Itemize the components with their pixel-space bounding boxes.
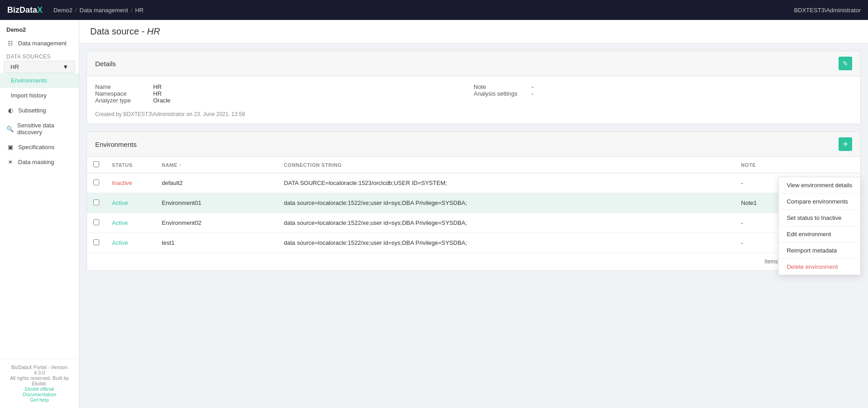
sidebar-hr-dropdown[interactable]: HR ▼	[4, 61, 75, 73]
row-connection-string: DATA SOURCE=localoracle:1523/orclcdb;USE…	[278, 173, 735, 193]
search-icon: 🔍	[6, 126, 14, 132]
sidebar-data-management-label: Data management	[18, 40, 67, 47]
breadcrumb-hr[interactable]: HR	[135, 7, 144, 14]
detail-note-value: -	[532, 90, 534, 97]
row-status: Inactive	[106, 173, 155, 193]
row-connection-string: data source=localoracle:1522/xe;user id=…	[278, 193, 735, 213]
sidebar-item-sensitive[interactable]: 🔍 Sensitive data discovery	[0, 118, 79, 140]
sidebar-item-environments[interactable]: Environments	[0, 73, 79, 88]
breadcrumb-data-management[interactable]: Data management	[80, 7, 128, 14]
select-all-checkbox[interactable]	[93, 161, 99, 167]
breadcrumb: Demo2 / Data management / HR	[53, 7, 794, 14]
sidebar-import-history-label: Import history	[11, 92, 47, 99]
context-menu-item-1[interactable]: Compare environments	[779, 194, 860, 209]
sidebar-hr-text: HR	[10, 63, 19, 70]
masking-icon: ☀	[6, 159, 14, 165]
environments-section-header: Environments +	[87, 132, 860, 157]
detail-namespace-row: Note -	[474, 83, 853, 90]
row-checkbox-cell	[87, 173, 106, 193]
details-section-header: Details ✎	[87, 51, 860, 76]
sidebar-project-title: Demo2	[0, 20, 79, 36]
page-title-italic: HR	[147, 26, 160, 36]
context-menu-item-0[interactable]: View environment details	[779, 177, 860, 193]
detail-analysis-label: Analyzer type	[95, 97, 149, 104]
row-name[interactable]: Environment02	[155, 213, 278, 233]
table-row: Inactive default2 DATA SOURCE=localoracl…	[87, 173, 860, 193]
sidebar-item-specifications[interactable]: ▣ Specifications	[0, 140, 79, 155]
table-footer: Items per page: 10 25 50 1 – 4 of 4	[87, 253, 860, 270]
sidebar-item-subsetting[interactable]: ◐ Subsetting	[0, 103, 79, 118]
col-actions	[801, 157, 860, 173]
documentation-link[interactable]: Documentation	[6, 392, 72, 397]
context-menu-item-2[interactable]: Set status to Inactive	[779, 210, 860, 226]
details-title: Details	[95, 60, 116, 68]
row-name[interactable]: test1	[155, 233, 278, 253]
details-grid: Name HR Namespace HR Analyzer type Oracl…	[87, 76, 860, 111]
table-row: Active test1 data source=localoracle:152…	[87, 233, 860, 253]
row-status: Active	[106, 213, 155, 233]
row-checkbox-cell	[87, 193, 106, 213]
logo[interactable]: BizDataX	[7, 5, 43, 15]
sidebar-footer: BizDataX Portal - Version 4.3.0 All righ…	[0, 359, 79, 408]
status-badge: Active	[112, 219, 128, 226]
main-content: Data source - HR Details ✎ Name HR Names…	[79, 20, 868, 408]
environments-title: Environments	[95, 141, 137, 148]
sidebar-item-import-history[interactable]: Import history	[0, 88, 79, 103]
breadcrumb-sep-2: /	[131, 7, 133, 14]
detail-namespace-label: Note	[474, 83, 528, 90]
context-menu-item-5[interactable]: Delete environment	[779, 259, 860, 275]
context-menu-item-4[interactable]: Reimport metadata	[779, 243, 860, 258]
breadcrumb-sep-1: /	[75, 7, 77, 14]
row-checkbox-cell	[87, 213, 106, 233]
row-name[interactable]: Environment01	[155, 193, 278, 213]
table-header-row: STATUS NAME ↑ CONNECTION STRING NOTE	[87, 157, 860, 173]
detail-name-row: Name HR	[95, 83, 474, 90]
status-badge: Inactive	[112, 180, 132, 186]
col-name[interactable]: NAME ↑	[155, 157, 278, 173]
user-info: BDXTEST3\Administrator	[794, 7, 861, 14]
sidebar-item-data-masking[interactable]: ☀ Data masking	[0, 155, 79, 170]
context-menu: View environment detailsCompare environm…	[778, 177, 861, 275]
sidebar-subsetting-label: Subsetting	[18, 107, 46, 114]
environments-table: STATUS NAME ↑ CONNECTION STRING NOTE Ina…	[87, 157, 860, 253]
col-status[interactable]: STATUS	[106, 157, 155, 173]
add-environment-button[interactable]: +	[839, 137, 852, 151]
logo-x-text: X	[37, 5, 43, 15]
sidebar-item-data-management[interactable]: ☷ Data management	[0, 36, 79, 51]
detail-analyzer-value: HR	[153, 90, 162, 97]
detail-analysis-value: Oracle	[153, 97, 170, 104]
ekobit-link[interactable]: Ekobit official	[6, 386, 72, 392]
detail-name-label: Name	[95, 83, 149, 90]
subsetting-icon: ◐	[6, 107, 14, 114]
row-checkbox[interactable]	[93, 180, 99, 185]
sidebar-specifications-label: Specifications	[18, 144, 54, 151]
help-link[interactable]: Get help	[6, 397, 72, 403]
row-connection-string: data source=localoracle:1522/xe;user id=…	[278, 213, 735, 233]
col-connection-string: CONNECTION STRING	[278, 157, 735, 173]
specifications-icon: ▣	[6, 144, 14, 151]
breadcrumb-demo2[interactable]: Demo2	[53, 7, 72, 14]
row-status: Active	[106, 193, 155, 213]
logo-biz-text: BizData	[7, 5, 37, 15]
detail-name-value: HR	[153, 83, 162, 90]
status-badge: Active	[112, 239, 128, 246]
detail-analyzer-row: Namespace HR	[95, 90, 474, 97]
sidebar-environments-label: Environments	[11, 77, 47, 84]
sidebar: Demo2 ☷ Data management Data sources HR …	[0, 20, 79, 408]
environments-card: Environments + STATUS NAME ↑ CONNECTION …	[87, 131, 861, 271]
created-by-text: Created by BDXTEST3\Administrator on 23.…	[87, 111, 860, 124]
detail-analyzer-label: Namespace	[95, 90, 149, 97]
row-checkbox[interactable]	[93, 219, 99, 225]
details-card: Details ✎ Name HR Namespace HR Analyzer …	[87, 51, 861, 124]
top-navigation: BizDataX Demo2 / Data management / HR BD…	[0, 0, 868, 20]
row-checkbox[interactable]	[93, 239, 99, 245]
sidebar-data-sources-label: Data sources	[0, 51, 79, 61]
page-title-prefix: Data source -	[90, 26, 147, 36]
row-checkbox[interactable]	[93, 199, 99, 205]
row-name[interactable]: default2	[155, 173, 278, 193]
context-menu-item-3[interactable]: Edit environment	[779, 226, 860, 242]
edit-button[interactable]: ✎	[839, 57, 852, 70]
detail-analysis-row: Analyzer type Oracle	[95, 97, 474, 104]
rights-text: All rights reserved. Built by Ekobit.	[6, 375, 72, 386]
logo-text: BizDataX	[7, 5, 43, 15]
